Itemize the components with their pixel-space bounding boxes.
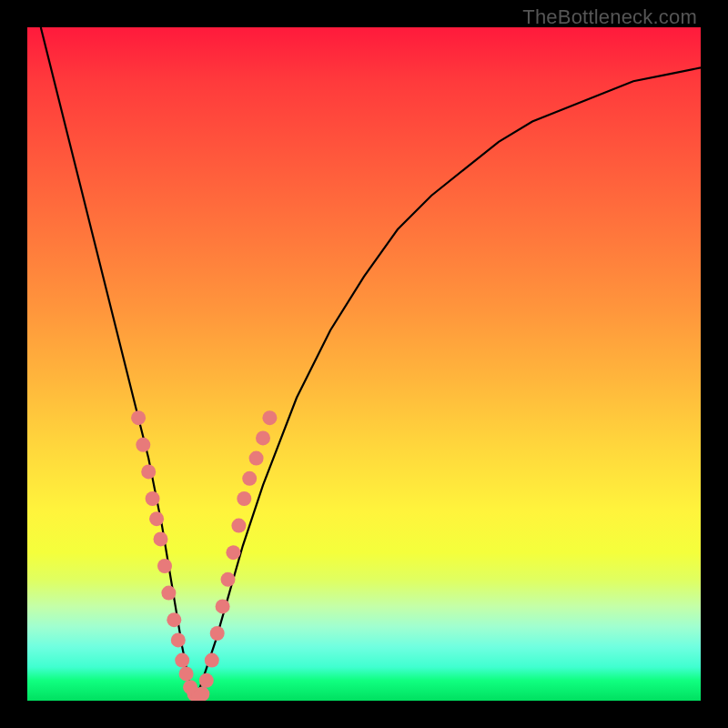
bottleneck-curve	[41, 27, 701, 701]
data-marker	[216, 599, 230, 613]
data-marker	[231, 519, 246, 533]
data-marker	[149, 511, 164, 526]
data-marker	[179, 666, 194, 681]
data-marker	[161, 586, 176, 601]
data-marker	[191, 690, 206, 701]
data-marker	[136, 438, 150, 452]
data-marker	[167, 612, 181, 627]
data-marker	[242, 471, 257, 486]
data-marker	[262, 410, 277, 425]
data-marker	[226, 545, 240, 560]
data-marker	[249, 451, 264, 466]
data-marker	[237, 491, 251, 506]
data-marker	[256, 430, 270, 445]
curve-overlay	[27, 27, 701, 701]
data-marker	[171, 632, 186, 647]
data-marker	[175, 653, 189, 668]
plot-area	[27, 27, 701, 701]
data-marker	[131, 410, 146, 425]
data-marker	[183, 680, 197, 694]
data-marker	[199, 673, 214, 688]
data-marker	[221, 572, 236, 587]
data-marker	[146, 491, 160, 506]
data-marker	[141, 464, 156, 479]
data-marker	[187, 687, 202, 701]
chart-frame: TheBottleneck.com	[0, 0, 728, 728]
data-marker	[195, 687, 209, 701]
watermark-text: TheBottleneck.com	[522, 5, 697, 29]
data-marker	[210, 626, 225, 641]
data-markers	[131, 410, 277, 701]
data-marker	[205, 653, 219, 668]
data-marker	[157, 559, 172, 573]
data-marker	[154, 531, 168, 546]
